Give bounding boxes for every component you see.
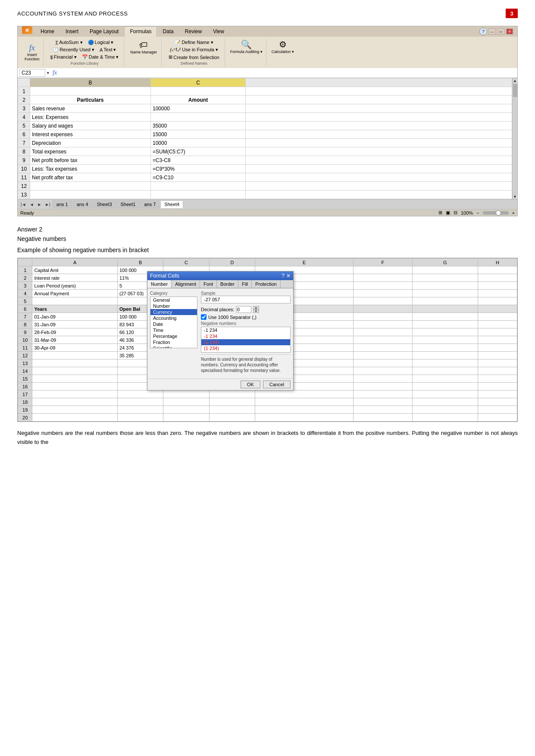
sheet-nav-first[interactable]: |◄ (19, 202, 28, 207)
ss2-g3[interactable] (412, 282, 478, 290)
ss2-g5[interactable] (412, 297, 478, 305)
recently-used-button[interactable]: 🕐 Recently Used ▾ (51, 47, 96, 53)
ss2-d17[interactable] (209, 390, 255, 398)
ss2-a8[interactable]: 31-Jan-09 (32, 321, 118, 328)
ss2-h11[interactable] (478, 344, 517, 352)
sheet-nav-last[interactable]: ►| (44, 202, 52, 207)
cell-c8[interactable]: =SUM(C5:C7) (151, 147, 246, 156)
ss2-g16[interactable] (412, 383, 478, 390)
ss2-e19[interactable] (255, 406, 354, 414)
ss2-col-d[interactable]: D (209, 259, 255, 266)
ss2-f5[interactable] (354, 297, 413, 305)
ss2-a2[interactable]: Interest rate (32, 274, 118, 282)
ss2-g7[interactable] (412, 313, 478, 321)
datetime-button[interactable]: 📅 Date & Time ▾ (80, 54, 121, 60)
ss2-h20[interactable] (478, 414, 517, 422)
ss2-g19[interactable] (412, 406, 478, 414)
ss2-col-c[interactable]: C (163, 259, 209, 266)
ss2-b18[interactable] (117, 398, 163, 406)
ss2-f4[interactable] (354, 290, 413, 297)
ss2-a18[interactable] (32, 398, 118, 406)
ss2-c20[interactable] (163, 414, 209, 422)
ss2-g13[interactable] (412, 359, 478, 367)
ss2-a20[interactable] (32, 414, 118, 422)
ss2-h15[interactable] (478, 375, 517, 383)
ss2-f7[interactable] (354, 313, 413, 321)
ss2-f17[interactable] (354, 390, 413, 398)
ss2-col-f[interactable]: F (354, 259, 413, 266)
ss2-g15[interactable] (412, 375, 478, 383)
tab-view[interactable]: View (207, 26, 230, 37)
cat-fraction[interactable]: Fraction (150, 339, 197, 345)
ss2-g2[interactable] (412, 274, 478, 282)
ss2-h2[interactable] (478, 274, 517, 282)
dialog-close-icon[interactable]: ✕ (286, 273, 291, 279)
cell-b1[interactable] (30, 87, 151, 96)
cell-c9[interactable]: =C3-C8 (151, 156, 246, 165)
ss2-d20[interactable] (209, 414, 255, 422)
scroll-down-arrow[interactable]: ▼ (513, 194, 518, 199)
cell-b3[interactable]: Sales revenue (30, 104, 151, 113)
ss2-g14[interactable] (412, 367, 478, 375)
sheet-tab-sheet3[interactable]: Sheet3 (93, 200, 116, 208)
cell-c12[interactable] (151, 182, 246, 191)
ss2-g1[interactable] (412, 266, 478, 274)
ss2-f16[interactable] (354, 383, 413, 390)
ss2-h14[interactable] (478, 367, 517, 375)
zoom-slider[interactable] (483, 211, 509, 215)
sheet-tab-ans7[interactable]: ans 7 (140, 200, 160, 208)
ss2-f6[interactable] (354, 305, 413, 313)
ss2-g18[interactable] (412, 398, 478, 406)
cat-time[interactable]: Time (150, 327, 197, 333)
dialog-tab-number[interactable]: Number (147, 280, 172, 288)
ss2-h1[interactable] (478, 266, 517, 274)
ss2-col-b[interactable]: B (117, 259, 163, 266)
ss2-f13[interactable] (354, 359, 413, 367)
dialog-tab-border[interactable]: Border (217, 280, 238, 288)
ss2-h16[interactable] (478, 383, 517, 390)
ss2-a16[interactable] (32, 383, 118, 390)
ss2-f9[interactable] (354, 328, 413, 336)
sheet-tab-ans1[interactable]: ans 1 (53, 200, 72, 208)
ss2-h3[interactable] (478, 282, 517, 290)
ss2-b19[interactable] (117, 406, 163, 414)
ss2-h8[interactable] (478, 321, 517, 328)
cell-b4[interactable]: Less: Expenses (30, 113, 151, 122)
ss2-e18[interactable] (255, 398, 354, 406)
ss2-f8[interactable] (354, 321, 413, 328)
sheet-tab-sheet4[interactable]: Sheet4 (160, 200, 183, 208)
ss2-h10[interactable] (478, 336, 517, 344)
dialog-cancel-button[interactable]: Cancel (263, 381, 291, 388)
restore-button[interactable]: ▭ (497, 28, 504, 34)
cell-b8[interactable]: Total expenses (30, 147, 151, 156)
cell-c5[interactable]: 35000 (151, 122, 246, 130)
ss2-e20[interactable] (255, 414, 354, 422)
ss2-f11[interactable] (354, 344, 413, 352)
formula-auditing-button[interactable]: 🔍 Formula Auditing ▾ (230, 39, 263, 54)
create-from-selection-button[interactable]: ⊞ Create from Selection (167, 54, 221, 60)
ss2-g11[interactable] (412, 344, 478, 352)
ss2-a10[interactable]: 31-Mar-09 (32, 336, 118, 344)
ss2-a4[interactable]: Annual Payment (32, 290, 118, 297)
cat-scientific[interactable]: Scientific (150, 345, 197, 348)
tab-insert[interactable]: Insert (60, 26, 84, 37)
scroll-up-arrow[interactable]: ▲ (513, 78, 518, 83)
ss2-f1[interactable] (354, 266, 413, 274)
ss2-a13[interactable] (32, 359, 118, 367)
cell-c7[interactable]: 10000 (151, 139, 246, 147)
formula-input[interactable] (60, 70, 516, 76)
calculation-button[interactable]: ⚙ Calculation ▾ (272, 39, 294, 54)
ss2-g4[interactable] (412, 290, 478, 297)
ss2-h18[interactable] (478, 398, 517, 406)
ss2-d18[interactable] (209, 398, 255, 406)
use-in-formula-button[interactable]: fₓ² fₓ² Use in Formula ▾ (168, 47, 220, 53)
decimal-input[interactable] (236, 306, 251, 313)
cat-general[interactable]: General (150, 297, 197, 303)
ss2-b20[interactable] (117, 414, 163, 422)
ss2-g9[interactable] (412, 328, 478, 336)
ss2-a17[interactable] (32, 390, 118, 398)
view-page-icon[interactable]: ⊟ (454, 210, 457, 216)
ss2-col-g[interactable]: G (412, 259, 478, 266)
neg-opt-2[interactable]: -1 234 (201, 333, 290, 339)
cell-b12[interactable] (30, 182, 151, 191)
